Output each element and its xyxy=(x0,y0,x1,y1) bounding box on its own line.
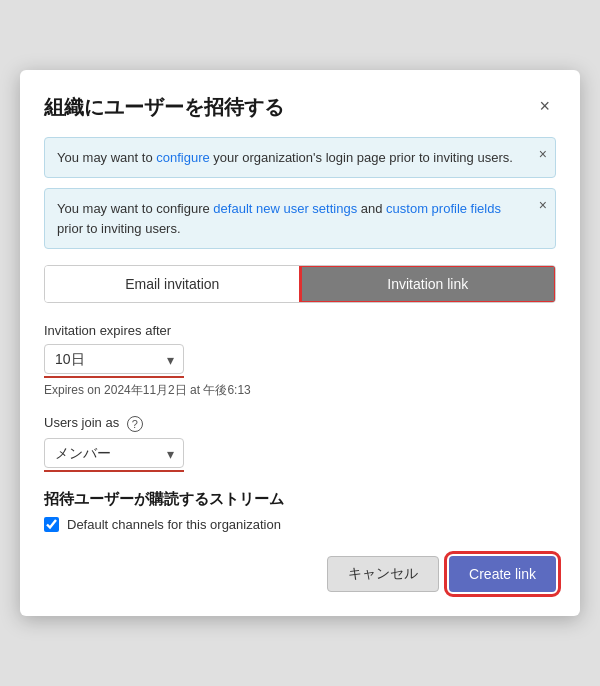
alert2-text-middle: and xyxy=(357,201,386,216)
invitation-expires-section: Invitation expires after 1日 3日 7日 10日 14… xyxy=(44,323,556,399)
dialog-footer: キャンセル Create link xyxy=(44,556,556,592)
users-join-as-help-icon[interactable]: ? xyxy=(127,416,143,432)
default-channels-label: Default channels for this organization xyxy=(67,517,281,532)
tab-invitation-link[interactable]: Invitation link xyxy=(301,266,556,302)
alert2-text-before: You may want to configure xyxy=(57,201,213,216)
default-channels-row: Default channels for this organization xyxy=(44,517,556,532)
close-button[interactable]: × xyxy=(533,94,556,119)
alert2-default-settings-link[interactable]: default new user settings xyxy=(213,201,357,216)
alert1-close-button[interactable]: × xyxy=(539,146,547,162)
cancel-button[interactable]: キャンセル xyxy=(327,556,439,592)
invitation-expires-label: Invitation expires after xyxy=(44,323,556,338)
alert1-text-after: your organization's login page prior to … xyxy=(210,150,513,165)
streams-section: 招待ユーザーが購読するストリーム Default channels for th… xyxy=(44,490,556,532)
expires-on-text: Expires on 2024年11月2日 at 午後6:13 xyxy=(44,382,556,399)
alert2-text-after: prior to inviting users. xyxy=(57,221,181,236)
alert2-custom-profile-link[interactable]: custom profile fields xyxy=(386,201,501,216)
dialog-title: 組織にユーザーを招待する xyxy=(44,94,284,121)
dialog-header: 組織にユーザーを招待する × xyxy=(44,94,556,121)
invitation-expires-select[interactable]: 1日 3日 7日 10日 14日 30日 xyxy=(44,344,184,374)
users-join-as-label: Users join as ? xyxy=(44,415,556,432)
alert-configure-login: You may want to configure your organizat… xyxy=(44,137,556,179)
users-join-as-wrapper: メンバー 管理者 xyxy=(44,438,184,472)
tab-email-invitation[interactable]: Email invitation xyxy=(45,266,301,302)
streams-section-label: 招待ユーザーが購読するストリーム xyxy=(44,490,556,509)
invitation-expires-wrapper: 1日 3日 7日 10日 14日 30日 xyxy=(44,344,184,378)
alert1-text-before: You may want to xyxy=(57,150,156,165)
alert-configure-settings: You may want to configure default new us… xyxy=(44,188,556,249)
create-link-button[interactable]: Create link xyxy=(449,556,556,592)
alert2-close-button[interactable]: × xyxy=(539,197,547,213)
alert1-configure-link[interactable]: configure xyxy=(156,150,209,165)
users-join-as-section: Users join as ? メンバー 管理者 xyxy=(44,415,556,476)
users-join-as-select[interactable]: メンバー 管理者 xyxy=(44,438,184,468)
default-channels-checkbox[interactable] xyxy=(44,517,59,532)
invitation-tabs: Email invitation Invitation link xyxy=(44,265,556,303)
invite-users-dialog: 組織にユーザーを招待する × You may want to configure… xyxy=(20,70,580,616)
